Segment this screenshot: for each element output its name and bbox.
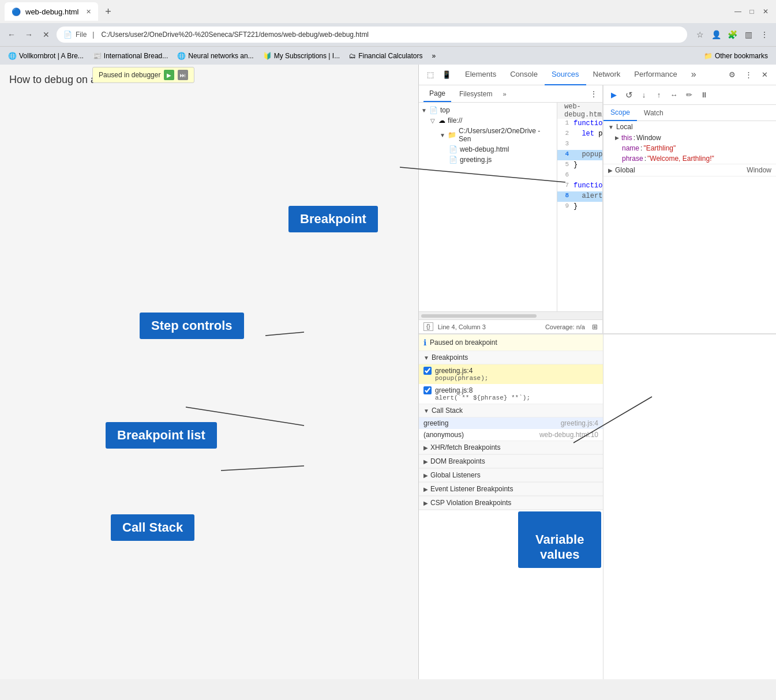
new-tab-button[interactable]: +: [100, 3, 117, 20]
step-into-button[interactable]: ↓: [638, 89, 650, 101]
breakpoint-code-1: popup(phrase);: [423, 375, 598, 382]
global-listeners-section: ▶ Global Listeners: [419, 469, 603, 483]
bookmark-financial[interactable]: 🗂 Financial Calculators: [346, 51, 426, 61]
forward-button[interactable]: →: [22, 28, 36, 42]
horizontal-scrollbar[interactable]: [419, 311, 602, 319]
url-bar[interactable]: 📄 File | C:/Users/user2/OneDrive%20-%20S…: [57, 27, 687, 43]
maximize-button[interactable]: □: [746, 6, 758, 17]
more-icon[interactable]: ⋮: [741, 68, 755, 82]
source-options-icon[interactable]: ⋮: [590, 89, 598, 99]
code-line-2: 2 let phrase = `Welcome, ${name}!`;: [557, 129, 602, 140]
code-tab-webdebug[interactable]: web-debug.html: [557, 103, 602, 119]
close-devtools-icon[interactable]: ✕: [758, 68, 771, 82]
event-label: Event Listener Breakpoints: [430, 485, 513, 493]
devtools-tabs: Elements Console Sources Network Perform…: [458, 65, 725, 85]
annotation-step-controls: Step controls: [140, 313, 244, 339]
tree-item-folder[interactable]: ▼ 📁 C:/Users/user2/OneDrive - Sen: [419, 126, 557, 144]
more-bookmarks-button[interactable]: »: [429, 51, 440, 61]
deactivate-breakpoints-button[interactable]: ✏: [683, 89, 695, 101]
resume-execution-button[interactable]: ▶: [608, 89, 620, 101]
paused-text: Paused in debugger: [99, 71, 160, 79]
breakpoint-checkbox-1[interactable]: [423, 367, 432, 375]
page-icon: 📄: [429, 106, 438, 114]
resume-button[interactable]: ▶: [164, 70, 174, 80]
scope-local-header[interactable]: ▼ Local: [603, 121, 776, 133]
breakpoint-item-2[interactable]: greeting.js:8 alert(`** ${phrase} **`);: [419, 384, 603, 404]
scrollbar-thumb[interactable]: [421, 314, 537, 318]
bookmark-icon[interactable]: ☆: [693, 28, 707, 42]
settings-icon[interactable]: ⚙: [725, 68, 739, 82]
tab-close-button[interactable]: ✕: [86, 8, 91, 16]
back-button[interactable]: ←: [5, 28, 18, 42]
breakpoints-arrow: ▼: [423, 355, 429, 361]
callstack-item-anonymous[interactable]: (anonymous) web-debug.html:10: [419, 429, 603, 441]
dom-header[interactable]: ▶ DOM Breakpoints: [419, 455, 603, 468]
tab-elements[interactable]: Elements: [458, 65, 503, 85]
source-tabs-more[interactable]: »: [503, 91, 506, 97]
bookmark-international[interactable]: 📰 International Bread...: [89, 51, 171, 61]
url-text: C:/Users/user2/OneDrive%20-%20Seneca/SFT…: [101, 31, 369, 39]
source-tab-page[interactable]: Page: [423, 86, 451, 102]
tree-arrow: ▽: [430, 118, 436, 124]
step-over-button[interactable]: ⏭: [178, 70, 188, 80]
tab-network[interactable]: Network: [586, 65, 628, 85]
breakpoint-checkbox-2[interactable]: [423, 386, 432, 394]
pretty-print-icon[interactable]: {}: [423, 322, 433, 331]
tab-console[interactable]: Console: [503, 65, 545, 85]
tree-item-webdebug[interactable]: 📄 web-debug.html: [419, 144, 557, 155]
step-out-button[interactable]: ↑: [653, 89, 665, 101]
xhr-header[interactable]: ▶ XHR/fetch Breakpoints: [419, 441, 603, 454]
source-tab-filesystem[interactable]: Filesystem: [453, 86, 498, 102]
xhr-section: ▶ XHR/fetch Breakpoints: [419, 441, 603, 455]
callstack-label: Call Stack: [432, 407, 463, 415]
title-bar: 🔵 web-debug.html ✕ + — □ ✕: [0, 0, 776, 23]
bookmark-label: My Subscriptions | I...: [274, 52, 340, 60]
scope-global-header[interactable]: ▶ Global Window: [603, 164, 776, 176]
profile-icon[interactable]: 👤: [709, 28, 723, 42]
bookmark-vollkorn[interactable]: 🌐 Vollkornbrot | A Bre...: [5, 51, 87, 61]
devtools-inspect-icon[interactable]: ⬚: [423, 68, 437, 82]
watch-tab[interactable]: Watch: [637, 105, 670, 121]
step-over-button[interactable]: ↺: [623, 89, 635, 101]
sidebar-icon[interactable]: ▥: [741, 28, 755, 42]
browser-chrome: 🔵 web-debug.html ✕ + — □ ✕ ← → ✕ 📄 File …: [0, 0, 776, 65]
tree-item-greeting[interactable]: 📄 greeting.js: [419, 155, 557, 165]
csp-label: CSP Violation Breakpoints: [430, 499, 511, 507]
event-listener-header[interactable]: ▶ Event Listener Breakpoints: [419, 483, 603, 496]
breakpoint-item-1[interactable]: greeting.js:4 popup(phrase);: [419, 364, 603, 384]
tab-more[interactable]: »: [684, 65, 703, 85]
code-statusbar: {} Line 4, Column 3 Coverage: n/a ⊞: [419, 319, 602, 333]
csp-arrow: ▶: [423, 500, 428, 506]
folder-icon: 📁: [448, 131, 456, 139]
callstack-item-greeting[interactable]: greeting greeting.js:4: [419, 417, 603, 429]
breakpoints-label: Breakpoints: [432, 353, 468, 362]
scope-tab[interactable]: Scope: [603, 105, 637, 121]
bookmark-neural[interactable]: 🌐 Neural networks an...: [174, 51, 257, 61]
breakpoints-header[interactable]: ▼ Breakpoints: [419, 351, 603, 364]
other-bookmarks[interactable]: 📁 Other bookmarks: [700, 51, 771, 61]
debug-bottom: ℹ Paused on breakpoint ▼ Breakpoints: [419, 333, 776, 679]
dom-section: ▶ DOM Breakpoints: [419, 455, 603, 469]
tree-item-top[interactable]: ▼ 📄 top: [419, 105, 557, 115]
pause-on-exceptions-button[interactable]: ⏸: [698, 89, 710, 101]
paused-on-breakpoint-banner: ℹ Paused on breakpoint: [419, 334, 603, 351]
global-listeners-header[interactable]: ▶ Global Listeners: [419, 469, 603, 482]
callstack-header[interactable]: ▼ Call Stack: [419, 404, 603, 417]
extensions-icon[interactable]: 🧩: [725, 28, 739, 42]
close-button[interactable]: ✕: [760, 6, 771, 17]
menu-icon[interactable]: ⋮: [758, 28, 771, 42]
reload-button[interactable]: ✕: [39, 28, 53, 42]
csp-header[interactable]: ▶ CSP Violation Breakpoints: [419, 496, 603, 510]
tab-performance[interactable]: Performance: [627, 65, 684, 85]
step-button[interactable]: ↔: [668, 89, 680, 101]
tree-item-file[interactable]: ▽ ☁ file://: [419, 115, 557, 126]
devtools-mobile-icon[interactable]: 📱: [440, 68, 453, 82]
scope-panel: ▶ ↺ ↓ ↑ ↔ ✏ ⏸ Scope Watch: [603, 85, 776, 333]
minimize-button[interactable]: —: [732, 6, 744, 17]
active-tab[interactable]: 🔵 web-debug.html ✕: [5, 2, 98, 21]
bookmark-subscriptions[interactable]: 🔰 My Subscriptions | I...: [260, 51, 344, 61]
tab-sources[interactable]: Sources: [545, 65, 586, 85]
scope-local-section: ▼ Local ▶ this : Window nam: [603, 121, 776, 164]
coverage-icon[interactable]: ⊞: [592, 323, 598, 331]
code-line-6: 6: [557, 171, 602, 181]
